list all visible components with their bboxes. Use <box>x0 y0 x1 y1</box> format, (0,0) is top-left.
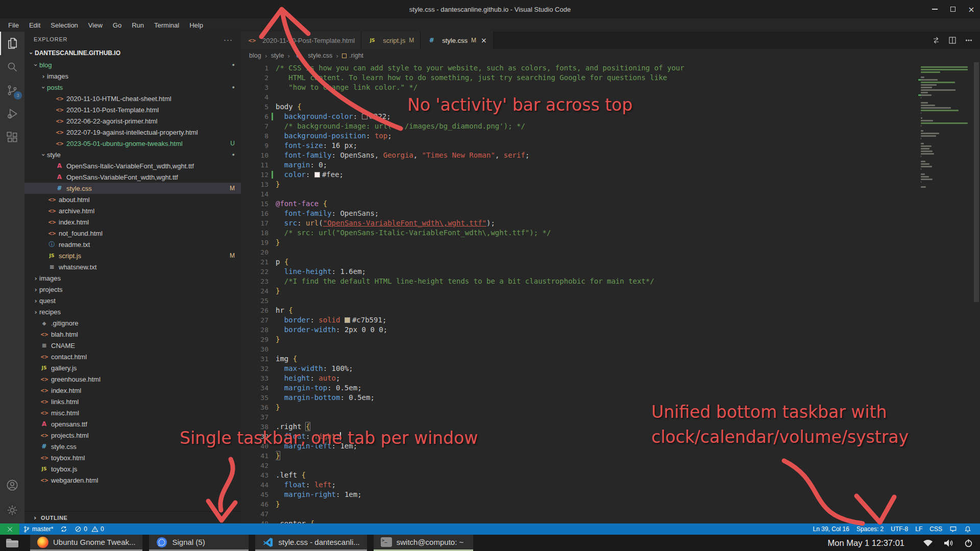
tree-file-archive.html[interactable]: <>archive.html <box>24 205 241 216</box>
search-icon[interactable] <box>0 55 24 79</box>
minimize-icon[interactable] <box>931 6 938 13</box>
taskbar-window-Ubuntu Gnome Tweak...[interactable]: Ubuntu Gnome Tweak... <box>30 535 142 551</box>
open-changes-icon[interactable] <box>932 36 940 44</box>
tree-file-style.css[interactable]: #style.css <box>24 441 241 452</box>
tree-folder-images[interactable]: ›images <box>24 70 241 82</box>
menu-help[interactable]: Help <box>184 21 208 29</box>
tree-folder-blog[interactable]: ›blog● <box>24 59 241 70</box>
wifi-icon[interactable] <box>923 539 933 547</box>
problems-status[interactable]: 0 0 <box>71 523 107 535</box>
maximize-icon[interactable] <box>949 6 957 13</box>
file-manager-launcher[interactable] <box>0 537 23 548</box>
line-number: 45 <box>241 490 276 499</box>
tree-folder-posts[interactable]: ›posts● <box>24 82 241 93</box>
menu-file[interactable]: File <box>3 21 24 29</box>
tree-file-2023-05-01-ubuntu-gnome-tweaks.html[interactable]: <>2023-05-01-ubuntu-gnome-tweaks.htmlU <box>24 138 241 149</box>
taskbar-window-Signal (5)[interactable]: Signal (5) <box>149 535 249 551</box>
tree-file-2020-11-10-Post-Template.html[interactable]: <>2020-11-10-Post-Template.html <box>24 104 241 115</box>
menu-view[interactable]: View <box>83 21 108 29</box>
settings-gear-icon[interactable] <box>0 497 24 523</box>
sync-button[interactable] <box>57 523 71 535</box>
tree-file-toybox.js[interactable]: JStoybox.js <box>24 463 241 474</box>
tree-folder-quest[interactable]: ›quest <box>24 295 241 306</box>
color-swatch[interactable] <box>362 114 368 119</box>
outline-section[interactable]: › OUTLINE <box>24 511 241 523</box>
run-debug-icon[interactable] <box>0 102 24 126</box>
tree-file-links.html[interactable]: <>links.html <box>24 396 241 407</box>
tree-file-gallery.js[interactable]: JSgallery.js <box>24 362 241 373</box>
taskbar-window-switch@computo: ~[interactable]: >_switch@computo: ~ <box>374 535 473 551</box>
explorer-icon[interactable] <box>0 32 24 55</box>
taskbar-window-style.css - dantescanli...[interactable]: style.css - dantescanli... <box>255 535 366 551</box>
tree-folder-recipes[interactable]: ›recipes <box>24 306 241 317</box>
more-actions-icon[interactable] <box>965 36 973 44</box>
explorer-actions-icon[interactable]: ··· <box>224 35 233 44</box>
menu-terminal[interactable]: Terminal <box>149 21 184 29</box>
tree-file-projects.html[interactable]: <>projects.html <box>24 430 241 441</box>
menu-selection[interactable]: Selection <box>45 21 83 29</box>
editor-scrollbar[interactable] <box>973 62 980 523</box>
tab-2020-11-10-Post-Template.html[interactable]: <>2020-11-10-Post-Template.html <box>241 32 361 49</box>
tree-file-script.js[interactable]: JSscript.jsM <box>24 250 241 261</box>
menu-go[interactable]: Go <box>108 21 127 29</box>
tree-file-index.html[interactable]: <>index.html <box>24 216 241 228</box>
menu-run[interactable]: Run <box>127 21 149 29</box>
breadcrumb-blog[interactable]: blog <box>249 52 261 59</box>
tree-file-OpenSans-VariableFont_wdth,wght.ttf[interactable]: AOpenSans-VariableFont_wdth,wght.ttf <box>24 171 241 183</box>
tree-file-toybox.html[interactable]: <>toybox.html <box>24 452 241 463</box>
tree-file-whatsnew.txt[interactable]: ≡whatsnew.txt <box>24 261 241 272</box>
tree-file-.gitignore[interactable]: ◆.gitignore <box>24 317 241 329</box>
tree-file-contact.html[interactable]: <>contact.html <box>24 351 241 362</box>
code-content[interactable]: /* CSS is how you can add style to your … <box>276 62 917 523</box>
tree-file-index.html[interactable]: <>index.html <box>24 385 241 396</box>
close-icon[interactable]: × <box>968 6 975 13</box>
color-swatch[interactable] <box>314 172 320 178</box>
tree-root-folder[interactable]: › DANTESCANLINE.GITHUB.IO <box>24 47 241 59</box>
tree-folder-images[interactable]: ›images <box>24 272 241 284</box>
tree-file-readme.txt[interactable]: ⓘreadme.txt <box>24 239 241 250</box>
tab-style.css[interactable]: #style.cssM× <box>421 32 494 49</box>
volume-icon[interactable] <box>943 539 954 547</box>
power-icon[interactable] <box>964 539 973 547</box>
eol-setting[interactable]: LF <box>912 525 926 533</box>
tree-file-about.html[interactable]: <>about.html <box>24 194 241 205</box>
split-editor-icon[interactable] <box>948 36 957 44</box>
html-file-icon: <> <box>55 130 64 135</box>
tree-folder-projects[interactable]: ›projects <box>24 284 241 295</box>
tree-file-OpenSans-Italic-VariableFont_wdth,wght.ttf[interactable]: AOpenSans-Italic-VariableFont_wdth,wght.… <box>24 160 241 171</box>
remote-indicator[interactable] <box>0 523 19 535</box>
language-mode[interactable]: CSS <box>926 525 946 533</box>
tree-file-2022-06-22-agorist-primer.html[interactable]: <>2022-06-22-agorist-primer.html <box>24 115 241 127</box>
tree-folder-style[interactable]: ›style● <box>24 149 241 160</box>
breadcrumb-.right[interactable]: .right <box>342 52 363 59</box>
tree-file-misc.html[interactable]: <>misc.html <box>24 407 241 418</box>
git-branch-status[interactable]: master* <box>19 523 57 535</box>
tree-file-opensans.ttf[interactable]: Aopensans.ttf <box>24 418 241 430</box>
tree-file-blah.html[interactable]: <>blah.html <box>24 329 241 340</box>
extensions-icon[interactable] <box>0 126 24 149</box>
tree-file-CNAME[interactable]: ≡CNAME <box>24 340 241 351</box>
chevron-right-icon: › <box>32 286 39 293</box>
menu-edit[interactable]: Edit <box>24 21 45 29</box>
cursor-position[interactable]: Ln 39, Col 16 <box>810 525 853 533</box>
code-editor[interactable]: 1234567891011121314151617181920212223242… <box>241 62 980 523</box>
notifications-button[interactable] <box>961 525 975 533</box>
source-control-icon[interactable]: 3 <box>0 79 24 102</box>
minimap[interactable] <box>917 62 973 523</box>
account-icon[interactable] <box>0 473 24 497</box>
tab-close-icon[interactable]: × <box>481 36 487 44</box>
feedback-button[interactable] <box>946 525 961 533</box>
encoding-setting[interactable]: UTF-8 <box>887 525 912 533</box>
tree-file-webgarden.html[interactable]: <>webgarden.html <box>24 474 241 486</box>
tree-file-not_found.html[interactable]: <>not_found.html <box>24 228 241 239</box>
tree-file-2022-07-19-against-intellectual-property.html[interactable]: <>2022-07-19-against-intellectual-proper… <box>24 127 241 138</box>
tree-file-style.css[interactable]: #style.cssM <box>24 183 241 194</box>
breadcrumb-style.css[interactable]: #style.css <box>293 52 332 59</box>
tab-script.js[interactable]: JSscript.jsM <box>361 32 421 49</box>
tree-file-2020-11-10-HTML-cheat-sheet.html[interactable]: <>2020-11-10-HTML-cheat-sheet.html <box>24 93 241 104</box>
indentation-setting[interactable]: Spaces: 2 <box>853 525 887 533</box>
clock[interactable]: Mon May 1 12:37:01 <box>828 538 904 548</box>
tree-file-greenhouse.html[interactable]: <>greenhouse.html <box>24 373 241 385</box>
color-swatch[interactable] <box>345 317 350 323</box>
breadcrumb-style[interactable]: style <box>271 52 284 59</box>
